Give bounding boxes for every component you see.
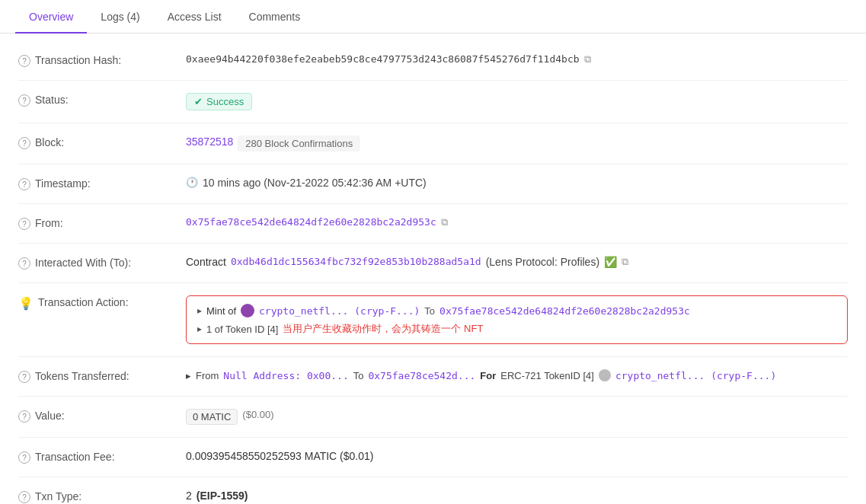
block-number-link[interactable]: 35872518 — [186, 136, 233, 148]
transaction-fee-value: 0.009395458550252593 MATIC ($0.01) — [186, 450, 848, 462]
timestamp-row: ? Timestamp: 🕐 10 mins ago (Nov-21-2022 … — [18, 164, 848, 204]
mint-label: Mint of — [206, 305, 236, 317]
status-badge: ✔ Success — [186, 93, 252, 110]
tab-comments[interactable]: Comments — [235, 0, 315, 33]
transaction-action-value: ▸ Mint of crypto_netfl... (cryp-F...) To… — [186, 295, 848, 344]
from-label: ? From: — [18, 216, 186, 230]
status-label: ? Status: — [18, 93, 186, 107]
contract-prefix: Contract — [186, 256, 226, 268]
help-icon-value[interactable]: ? — [18, 410, 30, 423]
transaction-action-box: ▸ Mint of crypto_netfl... (cryp-F...) To… — [186, 295, 848, 344]
transaction-hash-value: 0xaee94b44220f038efe2eabeb59c8ce4797753d… — [186, 53, 848, 65]
copy-contract-icon[interactable]: ⧉ — [622, 256, 628, 268]
help-icon-from[interactable]: ? — [18, 218, 30, 230]
txn-type-value: 2 (EIP-1559) — [186, 490, 848, 502]
null-address-link[interactable]: Null Address: 0x00... — [223, 370, 348, 381]
timestamp-label: ? Timestamp: — [18, 177, 186, 190]
to-label: To — [424, 305, 435, 317]
status-value: ✔ Success — [186, 93, 848, 110]
value-label: ? Value: — [18, 409, 186, 423]
erc-token-id: ERC-721 TokenID [4] — [500, 370, 594, 381]
copy-from-icon[interactable]: ⧉ — [441, 216, 448, 228]
action-row-2: ▸ 1 of Token ID [4] 当用户产生收藏动作时，会为其铸造一个 N… — [197, 322, 836, 336]
lightbulb-icon: 💡 — [18, 296, 34, 311]
block-row: ? Block: 35872518 280 Block Confirmation… — [18, 123, 848, 164]
to-transfer-link[interactable]: 0x75fae78ce542d... — [368, 370, 475, 381]
help-icon-tokens[interactable]: ? — [18, 371, 30, 383]
tab-access-list[interactable]: Access List — [154, 0, 235, 33]
block-confirmations-badge: 280 Block Confirmations — [238, 136, 360, 152]
overview-content: ? Transaction Hash: 0xaee94b44220f038efe… — [0, 33, 866, 504]
interacted-with-label: ? Interacted With (To): — [18, 256, 186, 270]
token-name-link[interactable]: crypto_netfl... (cryp-F...) — [259, 305, 420, 317]
tokens-transferred-row: ? Tokens Transferred: ▸ From Null Addres… — [18, 357, 848, 397]
block-label: ? Block: — [18, 136, 186, 149]
interacted-with-value: Contract 0xdb46d1dc155634fbc732f92e853b1… — [186, 256, 848, 268]
transaction-fee-row: ? Transaction Fee: 0.009395458550252593 … — [18, 438, 848, 477]
token-gray-dot — [599, 369, 611, 381]
transaction-fee-label: ? Transaction Fee: — [18, 450, 186, 464]
interacted-address-link[interactable]: 0xdb46d1dc155634fbc732f92e853b10b288ad5a… — [231, 256, 481, 267]
to-address-link[interactable]: 0x75fae78ce542de64824df2e60e2828bc2a2d95… — [439, 305, 690, 317]
status-row: ? Status: ✔ Success — [18, 81, 848, 123]
tokens-transferred-value: ▸ From Null Address: 0x00... To 0x75fae7… — [186, 369, 848, 381]
help-icon-block[interactable]: ? — [18, 137, 30, 149]
from-transfer-label: From — [196, 370, 219, 381]
help-icon-txhash[interactable]: ? — [18, 55, 30, 67]
from-row: ? From: 0x75fae78ce542de64824df2e60e2828… — [18, 204, 848, 244]
token-id-arrow-icon: ▸ — [197, 324, 202, 334]
transaction-hash-row: ? Transaction Hash: 0xaee94b44220f038efe… — [18, 41, 848, 81]
help-icon-interacted[interactable]: ? — [18, 257, 30, 270]
txn-type-row: ? Txn Type: 2 (EIP-1559) — [18, 477, 848, 504]
value-amount-badge: 0 MATIC — [186, 409, 238, 425]
clock-icon: 🕐 — [186, 177, 198, 188]
tab-overview[interactable]: Overview — [15, 0, 87, 33]
value-content: 0 MATIC ($0.00) — [186, 409, 848, 425]
transaction-hash-text: 0xaee94b44220f038efe2eabeb59c8ce4797753d… — [186, 53, 580, 65]
timestamp-value: 🕐 10 mins ago (Nov-21-2022 05:42:36 AM +… — [186, 177, 848, 189]
value-row: ? Value: 0 MATIC ($0.00) — [18, 397, 848, 438]
token-id-text: 1 of Token ID [4] — [206, 324, 278, 335]
transfer-arrow-icon: ▸ — [186, 370, 191, 381]
transaction-hash-label: ? Transaction Hash: — [18, 53, 186, 67]
tokens-transferred-label: ? Tokens Transferred: — [18, 369, 186, 383]
tab-logs[interactable]: Logs (4) — [87, 0, 153, 33]
mint-arrow-icon: ▸ — [197, 305, 202, 316]
copy-hash-icon[interactable]: ⧉ — [584, 53, 591, 65]
chinese-annotation: 当用户产生收藏动作时，会为其铸造一个 NFT — [283, 322, 483, 336]
interacted-with-row: ? Interacted With (To): Contract 0xdb46d… — [18, 244, 848, 283]
help-icon-timestamp[interactable]: ? — [18, 178, 30, 190]
from-address-link[interactable]: 0x75fae78ce542de64824df2e60e2828bc2a2d95… — [186, 216, 436, 228]
tabs-bar: Overview Logs (4) Access List Comments — [0, 0, 866, 33]
txn-type-label: ? Txn Type: — [18, 490, 186, 503]
token-name-transfer-link[interactable]: crypto_netfl... (cryp-F...) — [615, 370, 776, 381]
eip-label: (EIP-1559) — [197, 490, 248, 502]
timestamp-text: 10 mins ago (Nov-21-2022 05:42:36 AM +UT… — [203, 177, 427, 189]
checkmark-icon: ✔ — [194, 96, 203, 107]
help-icon-fee[interactable]: ? — [18, 451, 30, 464]
transaction-action-row: 💡 Transaction Action: ▸ Mint of crypto_n… — [18, 283, 848, 357]
protocol-label: (Lens Protocol: Profiles) — [486, 256, 599, 268]
transaction-action-label: 💡 Transaction Action: — [18, 295, 186, 311]
verified-icon: ✅ — [604, 256, 617, 268]
value-usd-text: ($0.00) — [242, 409, 273, 420]
to-transfer-label: To — [353, 370, 364, 381]
token-icon — [241, 304, 254, 317]
block-value: 35872518 280 Block Confirmations — [186, 136, 848, 152]
help-icon-status[interactable]: ? — [18, 94, 30, 107]
help-icon-txntype[interactable]: ? — [18, 491, 30, 503]
from-value: 0x75fae78ce542de64824df2e60e2828bc2a2d95… — [186, 216, 848, 228]
action-row-1: ▸ Mint of crypto_netfl... (cryp-F...) To… — [197, 304, 836, 317]
for-label: For — [480, 370, 496, 381]
